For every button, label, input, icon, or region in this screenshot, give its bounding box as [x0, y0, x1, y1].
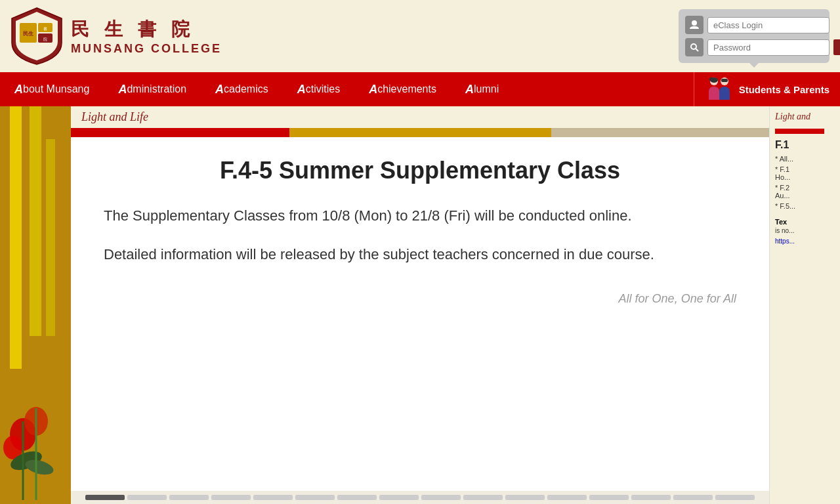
left-sidebar-image — [0, 106, 71, 504]
students-parents-icon — [705, 75, 734, 104]
nav-students-parents[interactable]: Students & Parents — [694, 72, 840, 106]
svg-text:書: 書 — [43, 27, 47, 31]
user-icon — [685, 16, 704, 34]
right-panel-bar — [775, 129, 824, 134]
page-dot-14[interactable] — [631, 495, 671, 500]
right-panel-heading: F.1 — [775, 139, 835, 151]
page-dot-16[interactable] — [715, 495, 755, 500]
nav-achievements[interactable]: Achievements — [354, 72, 451, 106]
right-panel-item-2: * F.1Ho... — [775, 165, 835, 181]
left-sidebar — [0, 106, 71, 504]
svg-rect-15 — [10, 106, 22, 369]
right-panel-motto: Light and — [775, 112, 810, 121]
right-panel-item-4: * F.5... — [775, 202, 835, 210]
motto-text: Light and Life — [81, 110, 148, 123]
right-panel-text-body: is no... — [775, 227, 835, 234]
right-panel-content: F.1 * All... * F.1Ho... * F.2Au... * F.5… — [770, 136, 840, 249]
nav-administration[interactable]: Administration — [104, 72, 201, 106]
page-dot-8[interactable] — [379, 495, 419, 500]
page-dot-6[interactable] — [295, 495, 335, 500]
school-name-en: MUNSANG COLLEGE — [71, 42, 222, 56]
right-panel-item-1: * All... — [775, 155, 835, 163]
search-icon — [685, 38, 704, 56]
svg-text:院: 院 — [43, 37, 47, 41]
right-panel-link[interactable]: https... — [775, 238, 795, 245]
bar-gold — [289, 128, 551, 137]
center-panel: Light and Life F.4-5 Summer Supplementar… — [71, 106, 769, 504]
page-dot-11[interactable] — [505, 495, 545, 500]
article-area: F.4-5 Summer Supplementary Class The Sup… — [71, 137, 769, 491]
svg-line-8 — [696, 49, 698, 51]
login-box: > — [679, 9, 830, 63]
logo-area: 民生 書 院 民 生 書 院 MUNSANG COLLEGE — [10, 7, 222, 66]
article-body-2: Detailed information will be released by… — [104, 243, 736, 266]
nav-alumni[interactable]: Alumni — [451, 72, 513, 106]
nav-about[interactable]: About Munsang — [0, 72, 104, 106]
login-submit-button[interactable]: > — [833, 39, 840, 55]
page-dot-4[interactable] — [211, 495, 251, 500]
main-navigation: About Munsang Administration Academics A… — [0, 72, 840, 106]
svg-rect-13 — [721, 79, 728, 82]
page-dot-3[interactable] — [169, 495, 209, 500]
content-header: Light and Life — [71, 106, 769, 128]
svg-rect-17 — [46, 139, 55, 336]
page-dot-7[interactable] — [337, 495, 377, 500]
nav-academics[interactable]: Academics — [201, 72, 283, 106]
page-dot-2[interactable] — [127, 495, 167, 500]
page-dot-10[interactable] — [463, 495, 503, 500]
right-panel-item-3: * F.2Au... — [775, 184, 835, 200]
article-content: F.4-5 Summer Supplementary Class The Sup… — [71, 137, 769, 319]
login-password-row: > — [685, 38, 823, 56]
right-panel-text-label: Tex — [775, 218, 787, 226]
pagination-bar — [71, 491, 769, 504]
login-username-row — [685, 16, 823, 34]
bar-red — [71, 128, 289, 137]
svg-text:民生: 民生 — [23, 31, 33, 37]
page-dot-15[interactable] — [673, 495, 713, 500]
page-dot-13[interactable] — [589, 495, 629, 500]
school-name-cn: 民 生 書 院 — [71, 17, 222, 42]
svg-point-7 — [691, 44, 696, 49]
password-input[interactable] — [707, 39, 830, 56]
nav-activities[interactable]: Activities — [283, 72, 354, 106]
svg-point-6 — [692, 20, 697, 26]
svg-point-11 — [710, 77, 718, 83]
article-body-1: The Supplementary Classes from 10/8 (Mon… — [104, 204, 736, 227]
right-panel-text-block: Tex is no... https... — [775, 215, 835, 246]
students-parents-label: Students & Parents — [739, 84, 830, 95]
page-dot-5[interactable] — [253, 495, 293, 500]
article-title: F.4-5 Summer Supplementary Class — [104, 157, 736, 184]
color-bar — [71, 128, 769, 137]
school-name-block: 民 生 書 院 MUNSANG COLLEGE — [71, 17, 222, 56]
page-dot-9[interactable] — [421, 495, 461, 500]
bar-tan — [551, 128, 770, 137]
article-motto: All for One, One for All — [104, 292, 736, 306]
eclass-login-input[interactable] — [707, 17, 830, 33]
page-dot-1[interactable] — [85, 495, 125, 500]
site-header: 民生 書 院 民 生 書 院 MUNSANG COLLEGE — [0, 0, 840, 72]
page-dot-12[interactable] — [547, 495, 587, 500]
svg-rect-16 — [30, 106, 41, 336]
main-container: Light and Life F.4-5 Summer Supplementar… — [0, 106, 840, 504]
school-logo: 民生 書 院 — [10, 7, 63, 66]
right-panel: Light and F.1 * All... * F.1Ho... * F.2A… — [769, 106, 840, 504]
